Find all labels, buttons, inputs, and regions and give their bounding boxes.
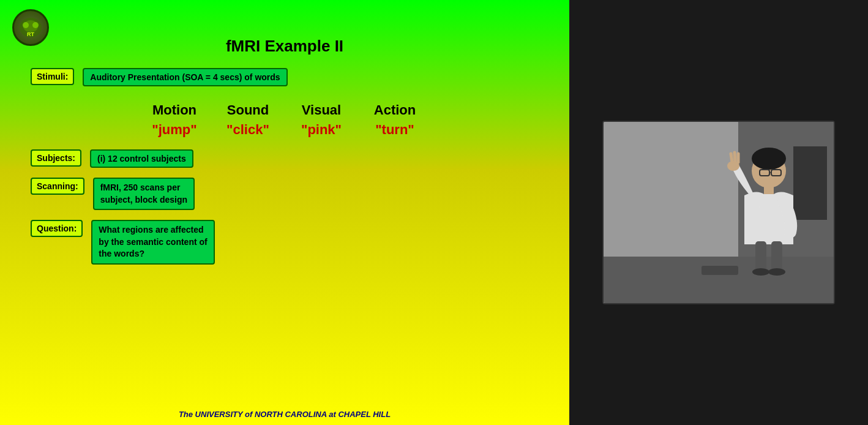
svg-rect-9 (793, 146, 827, 220)
slide-title: fMRI Example II (18, 31, 551, 56)
stimuli-label: Stimuli: (31, 68, 74, 85)
camera-feed (602, 121, 835, 304)
svg-rect-25 (702, 266, 738, 275)
svg-rect-21 (755, 241, 766, 272)
question-content: What regions are affectedby the semantic… (91, 220, 214, 265)
svg-rect-8 (604, 257, 835, 304)
logo-area: RT (12, 9, 55, 52)
scanning-content: fMRI, 250 scans persubject, block design (93, 178, 195, 210)
svg-point-23 (752, 268, 769, 276)
category-action: Action (370, 102, 419, 118)
subjects-content: (i) 12 control subjects (90, 149, 193, 168)
example-jump: "jump" (150, 122, 199, 138)
slide-footer: The UNIVERSITY of NORTH CAROLINA at CHAP… (0, 410, 569, 419)
category-motion: Motion (150, 102, 199, 118)
examples-row: "jump" "click" "pink" "turn" (18, 122, 551, 138)
svg-point-3 (32, 22, 39, 28)
subjects-label: Subjects: (31, 149, 81, 167)
camera-content (604, 122, 834, 303)
category-visual: Visual (297, 102, 346, 118)
brain-logo-icon: RT (12, 9, 49, 46)
example-turn: "turn" (370, 122, 419, 138)
stimuli-row: Stimuli: Auditory Presentation (SOA = 4 … (18, 68, 551, 86)
question-label: Question: (31, 220, 83, 237)
slide-panel: RT fMRI Example II Stimuli: Auditory Pre… (0, 0, 569, 425)
svg-point-24 (768, 268, 785, 276)
scanning-row: Scanning: fMRI, 250 scans persubject, bl… (18, 178, 551, 210)
example-click: "click" (223, 122, 272, 138)
svg-text:RT: RT (27, 31, 34, 37)
camera-panel (569, 0, 868, 425)
question-row: Question: What regions are affectedby th… (18, 220, 551, 265)
category-sound: Sound (223, 102, 272, 118)
example-pink: "pink" (297, 122, 346, 138)
svg-line-18 (731, 154, 732, 162)
categories-section: Motion Sound Visual Action "jump" "click… (18, 102, 551, 146)
categories-row: Motion Sound Visual Action (18, 102, 551, 118)
svg-rect-22 (771, 241, 782, 272)
svg-point-2 (23, 22, 29, 28)
scanning-label: Scanning: (31, 178, 84, 195)
subjects-row: Subjects: (i) 12 control subjects (18, 149, 551, 168)
svg-rect-15 (764, 187, 774, 195)
main-layout: RT fMRI Example II Stimuli: Auditory Pre… (0, 0, 868, 425)
svg-point-11 (752, 148, 786, 170)
stimuli-content: Auditory Presentation (SOA = 4 secs) of … (83, 68, 287, 86)
svg-line-19 (735, 152, 735, 161)
